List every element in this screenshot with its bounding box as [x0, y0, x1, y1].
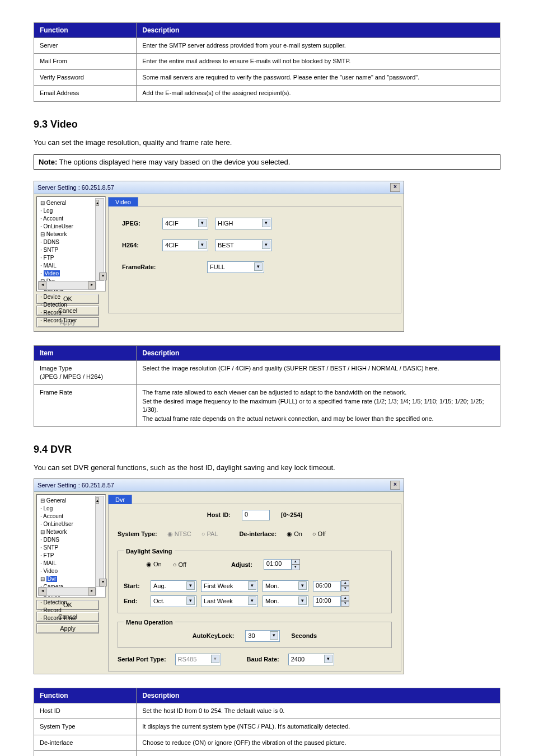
start-month-select[interactable]: Aug.	[151, 580, 196, 592]
dvr-intro: You can set DVR general functions, such …	[34, 463, 500, 472]
hostid-label: Host ID:	[207, 511, 231, 518]
tab-dvr[interactable]: Dvr	[108, 495, 132, 504]
jpeg-quality-select[interactable]: HIGH	[215, 218, 272, 229]
start-time-input[interactable]: 06:00	[313, 581, 341, 591]
dialog-title: Server Setting : 60.251.8.57	[38, 184, 114, 191]
end-month-select[interactable]: Oct.	[151, 595, 196, 607]
section-video-heading: 9.3 Video	[34, 119, 500, 130]
ds-legend: Daylight Saving	[124, 548, 175, 555]
table-row: Host IDSet the host ID from 0 to 254. Th…	[34, 703, 500, 719]
tab-video[interactable]: Video	[108, 197, 138, 206]
settings-tree[interactable]: ⊟ General · Log · Account · OnLineUser ⊟…	[36, 196, 106, 292]
pal-radio[interactable]: PAL	[202, 530, 218, 537]
hostid-range: [0~254]	[281, 511, 302, 518]
baud-rate-label: Baud Rate:	[247, 656, 279, 663]
ds-on-radio[interactable]: On	[146, 561, 162, 568]
end-label: End:	[124, 598, 146, 604]
tree-item-video[interactable]: Video	[44, 270, 60, 276]
video-note: Note: The options displayed here may var…	[34, 154, 500, 170]
table-row: Verify PasswordSome mail servers are req…	[34, 69, 500, 85]
jpeg-resolution-select[interactable]: 4CIF	[162, 218, 208, 229]
dvr-settings-dialog: Server Setting : 60.251.8.57 × ⊟ General…	[34, 478, 404, 674]
h264-quality-select[interactable]: BEST	[215, 240, 272, 251]
col-function: Function	[34, 23, 137, 38]
ntsc-radio[interactable]: NTSC	[167, 530, 191, 538]
end-time-input[interactable]: 10:00	[313, 596, 341, 607]
start-label: Start:	[124, 583, 146, 589]
jpeg-label: JPEG:	[122, 220, 156, 227]
table-row: Frame RateThe frame rate allowed to each…	[34, 385, 500, 427]
h264-resolution-select[interactable]: 4CIF	[162, 240, 208, 251]
tree-hscroll[interactable]: ◂▸	[38, 587, 96, 596]
col-function: Function	[34, 688, 137, 703]
serial-port-type-select[interactable]: RS485	[175, 654, 221, 665]
h264-label: H264:	[122, 242, 156, 248]
daylight-saving-fieldset: Daylight Saving On Off Adjust: 01:00▴▾ S…	[118, 548, 392, 613]
table-row: Daylight SavingSpecify whether to use da…	[34, 751, 500, 756]
ds-off-radio[interactable]: Off	[173, 561, 186, 568]
tree-item-dvr[interactable]: Dvr	[46, 576, 58, 582]
video-intro: You can set the image resolution, qualit…	[34, 138, 500, 147]
settings-tree[interactable]: ⊟ General · Log · Account · OnLineUser ⊟…	[36, 494, 106, 598]
deint-off-radio[interactable]: Off	[312, 530, 326, 537]
smtp-function-table: Function Description ServerEnter the SMT…	[34, 22, 500, 102]
end-dow-select[interactable]: Mon.	[263, 595, 308, 607]
table-row: System TypeIt displays the current syste…	[34, 719, 500, 735]
adjust-input[interactable]: 01:00	[264, 559, 292, 570]
serial-port-type-label: Serial Port Type:	[118, 656, 166, 663]
autokeylock-unit: Seconds	[291, 632, 317, 639]
tree-hscroll[interactable]: ◂▸	[38, 281, 96, 290]
apply-button[interactable]: Apply	[36, 623, 99, 633]
adjust-label: Adjust:	[231, 561, 252, 568]
start-time-spinner[interactable]: ▴▾	[341, 580, 349, 591]
hostid-input[interactable]: 0	[242, 510, 270, 520]
baud-rate-select[interactable]: 2400	[288, 654, 334, 665]
dvr-function-table: Function Description Host IDSet the host…	[34, 688, 500, 756]
close-icon[interactable]: ×	[390, 183, 400, 192]
menu-operation-fieldset: Menu Operation AutoKeyLock: 30 Seconds	[118, 619, 392, 648]
adjust-spinner[interactable]: ▴▾	[292, 559, 300, 570]
start-week-select[interactable]: First Week	[201, 580, 258, 592]
table-row: Email AddressAdd the E-mail address(s) o…	[34, 86, 500, 101]
autokeylock-label: AutoKeyLock:	[193, 632, 235, 639]
mo-legend: Menu Operation	[124, 619, 175, 626]
col-description: Description	[137, 345, 500, 360]
note-label: Note:	[39, 158, 57, 166]
col-description: Description	[137, 23, 500, 38]
close-icon[interactable]: ×	[390, 481, 400, 490]
table-row: ServerEnter the SMTP server address prov…	[34, 38, 500, 54]
col-description: Description	[137, 688, 500, 703]
framerate-label: FrameRate:	[122, 264, 200, 270]
end-time-spinner[interactable]: ▴▾	[341, 595, 349, 607]
table-row: Mail FromEnter the entire mail address t…	[34, 54, 500, 69]
end-week-select[interactable]: Last Week	[201, 595, 258, 607]
video-settings-dialog: Server Setting : 60.251.8.57 × ⊟ General…	[34, 181, 404, 332]
tree-vscroll[interactable]: ▴▾	[95, 198, 104, 281]
video-item-table: Item Description Image Type (JPEG / MPEG…	[34, 345, 500, 427]
table-row: Image Type (JPEG / MPEG / H264)Select th…	[34, 360, 500, 385]
tree-vscroll[interactable]: ▴▾	[95, 496, 104, 587]
deint-on-radio[interactable]: On	[287, 530, 302, 538]
col-item: Item	[34, 345, 137, 360]
dialog-title: Server Setting : 60.251.8.57	[38, 482, 114, 489]
table-row: De-interlaceChoose to reduce (ON) or ign…	[34, 735, 500, 750]
note-text: The options displayed here may vary base…	[59, 158, 291, 166]
start-dow-select[interactable]: Mon.	[263, 580, 308, 592]
autokeylock-select[interactable]: 30	[245, 630, 280, 642]
framerate-select[interactable]: FULL	[207, 261, 264, 273]
section-dvr-heading: 9.4 DVR	[34, 444, 500, 456]
deinterlace-label: De-interlace:	[239, 530, 277, 537]
systemtype-label: System Type:	[118, 530, 157, 537]
